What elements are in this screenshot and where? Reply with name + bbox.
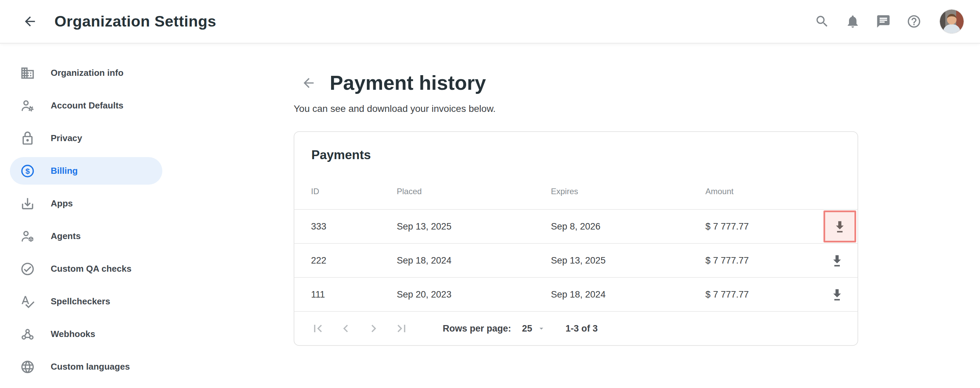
sidebar-item-billing[interactable]: $ Billing <box>10 157 162 185</box>
sidebar-item-organization-info[interactable]: Organization info <box>10 59 162 87</box>
webhook-icon <box>20 327 35 342</box>
appbar-icons <box>811 10 964 33</box>
arrow-back-icon <box>22 14 37 29</box>
sidebar-item-label: Organization info <box>51 68 124 78</box>
dollar-circle-icon: $ <box>20 163 35 179</box>
sidebar-item-agents[interactable]: Agents <box>10 222 162 250</box>
download-tray-icon <box>20 196 35 211</box>
appbar: Organization Settings <box>0 0 980 44</box>
cell-expires: Sep 8, 2026 <box>551 222 705 232</box>
sidebar-item-custom-languages[interactable]: Custom languages <box>10 353 162 380</box>
rows-per-page-select[interactable]: 25 <box>522 323 546 334</box>
section-title: Payment history <box>330 71 486 95</box>
column-header-placed: Placed <box>397 187 551 196</box>
bell-icon <box>845 14 860 29</box>
sidebar-item-apps[interactable]: Apps <box>10 190 162 217</box>
sidebar-item-label: Privacy <box>51 133 82 144</box>
back-button[interactable] <box>19 11 41 32</box>
cell-expires: Sep 18, 2024 <box>551 289 705 300</box>
sidebar-item-spellcheckers[interactable]: Spellcheckers <box>10 288 162 315</box>
section-subtitle: You can see and download your invoices b… <box>294 103 858 114</box>
payments-card: Payments ID Placed Expires Amount 333 Se… <box>294 131 858 346</box>
page-title: Organization Settings <box>54 13 216 30</box>
notifications-button[interactable] <box>842 11 864 32</box>
chevron-down-icon <box>537 324 546 333</box>
table-row: 333 Sep 13, 2025 Sep 8, 2026 $ 7 777.77 <box>294 210 858 244</box>
spellcheck-icon <box>20 294 35 309</box>
table-row: 111 Sep 20, 2023 Sep 18, 2024 $ 7 777.77 <box>294 278 858 312</box>
cell-amount: $ 7 777.77 <box>705 222 824 232</box>
building-icon <box>20 66 35 81</box>
avatar-image <box>940 10 964 33</box>
help-icon <box>907 14 921 29</box>
download-icon <box>832 219 847 234</box>
column-header-id: ID <box>311 187 397 196</box>
column-header-amount: Amount <box>705 187 824 196</box>
card-title: Payments <box>294 132 858 162</box>
cell-placed: Sep 13, 2025 <box>397 222 551 232</box>
sidebar-item-custom-qa-checks[interactable]: Custom QA checks <box>10 255 162 283</box>
next-page-button[interactable] <box>363 318 384 339</box>
page-shell: Organization info Account Defaults Priva… <box>0 44 980 388</box>
download-icon <box>830 253 845 268</box>
table-row: 222 Sep 18, 2024 Sep 13, 2025 $ 7 777.77 <box>294 244 858 278</box>
chevron-right-icon <box>366 321 381 336</box>
back-to-billing-button[interactable] <box>298 72 320 94</box>
sidebar-item-label: Billing <box>51 166 78 176</box>
search-icon <box>815 14 830 29</box>
column-header-expires: Expires <box>551 187 705 196</box>
sidebar-item-label: Account Defaults <box>51 100 124 111</box>
sidebar-item-account-defaults[interactable]: Account Defaults <box>10 92 162 119</box>
sidebar-item-label: Custom QA checks <box>51 263 131 274</box>
cell-amount: $ 7 777.77 <box>705 255 824 266</box>
cell-amount: $ 7 777.77 <box>705 289 824 300</box>
first-page-button[interactable] <box>307 318 328 339</box>
previous-page-button[interactable] <box>335 318 356 339</box>
pagination-range: 1-3 of 3 <box>566 323 598 334</box>
sidebar-item-label: Spellcheckers <box>51 296 110 307</box>
cell-placed: Sep 20, 2023 <box>397 289 551 300</box>
person-gear-icon <box>20 98 35 113</box>
last-page-icon <box>394 321 409 336</box>
download-invoice-button[interactable] <box>825 282 850 307</box>
sidebar-item-webhooks[interactable]: Webhooks <box>10 320 162 348</box>
sidebar-item-label: Webhooks <box>51 329 95 339</box>
cell-id: 333 <box>311 222 397 232</box>
download-invoice-button[interactable] <box>825 248 850 273</box>
chat-button[interactable] <box>872 11 894 32</box>
main-content: Payment history You can see and download… <box>172 44 980 388</box>
help-button[interactable] <box>903 11 925 32</box>
download-icon <box>830 287 845 302</box>
lock-icon <box>20 131 35 146</box>
check-circle-icon <box>20 261 35 276</box>
download-invoice-button[interactable] <box>824 211 856 242</box>
chevron-left-icon <box>338 321 353 336</box>
sidebar-item-privacy[interactable]: Privacy <box>10 125 162 152</box>
person-cube-icon <box>20 229 35 244</box>
cell-expires: Sep 13, 2025 <box>551 255 705 266</box>
table-header-row: ID Placed Expires Amount <box>294 162 858 210</box>
table-pagination: Rows per page: 25 1-3 of 3 <box>294 312 858 345</box>
payment-history-header: Payment history <box>294 71 858 95</box>
chat-icon <box>876 14 891 29</box>
cell-id: 111 <box>311 289 397 300</box>
sidebar-item-label: Apps <box>51 198 73 209</box>
globe-icon <box>20 359 35 374</box>
rows-per-page-label: Rows per page: <box>443 323 511 334</box>
settings-sidebar: Organization info Account Defaults Priva… <box>0 44 172 388</box>
user-avatar[interactable] <box>940 10 964 33</box>
last-page-button[interactable] <box>391 318 412 339</box>
cell-placed: Sep 18, 2024 <box>397 255 551 266</box>
arrow-back-icon <box>301 76 316 90</box>
rows-per-page-value: 25 <box>522 323 532 334</box>
sidebar-item-label: Agents <box>51 231 81 241</box>
first-page-icon <box>310 321 325 336</box>
svg-text:$: $ <box>25 166 30 176</box>
cell-id: 222 <box>311 255 397 266</box>
search-button[interactable] <box>811 11 833 32</box>
sidebar-item-label: Custom languages <box>51 361 130 372</box>
